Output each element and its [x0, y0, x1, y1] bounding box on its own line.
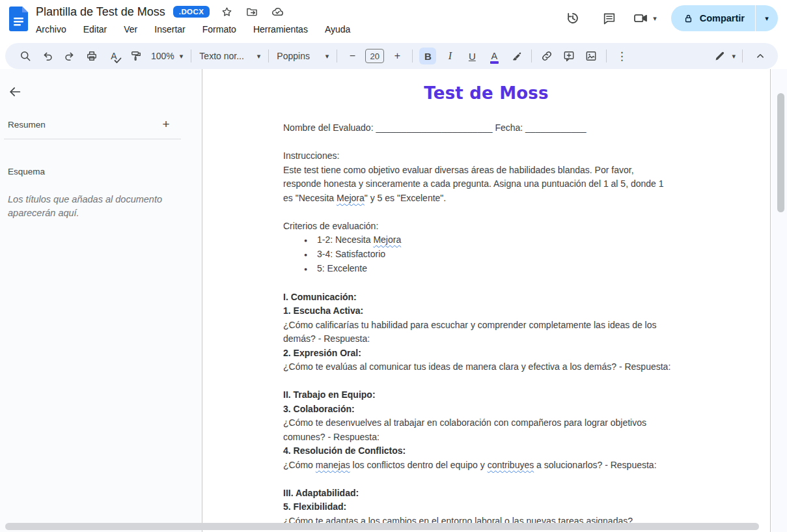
title-block: Plantilla de Test de Moss .DOCX: [36, 3, 359, 36]
menu-herramientas[interactable]: Herramientas: [245, 22, 316, 36]
star-icon: [223, 8, 230, 16]
undo-button[interactable]: [39, 48, 56, 64]
menu-archivo[interactable]: Archivo: [27, 22, 75, 36]
doc-question-heading[interactable]: 2. Expresión Oral:: [283, 346, 770, 361]
doc-question-heading[interactable]: 1. Escucha Activa:: [283, 304, 770, 318]
doc-section-heading[interactable]: II. Trabajo en Equipo:: [283, 388, 770, 402]
document-page[interactable]: Test de Moss Nombre del Evaluado: ______…: [202, 69, 771, 532]
decrease-font-size-button[interactable]: −: [344, 48, 361, 64]
font-select[interactable]: Poppins ▾: [273, 51, 333, 61]
doc-line[interactable]: demás? - Respuesta:: [283, 332, 770, 346]
bold-icon: B: [424, 51, 432, 62]
doc-line[interactable]: comunes? - Respuesta:: [283, 430, 770, 445]
share-button[interactable]: Compartir: [671, 5, 755, 31]
doc-question-heading[interactable]: 4. Resolución de Conflictos:: [283, 444, 770, 458]
toolbar-separator: [268, 49, 269, 63]
text-color-icon: A: [491, 51, 498, 61]
version-history-button[interactable]: [560, 5, 586, 31]
add-comment-button[interactable]: [560, 48, 577, 64]
toolbar-separator: [337, 49, 337, 63]
doc-bullet[interactable]: ●3-4: Satisfactorio: [304, 247, 770, 262]
summary-section: Resumen +: [8, 116, 174, 133]
style-caret-icon: ▾: [257, 53, 261, 60]
doc-bullet[interactable]: ●5: Excelente: [304, 262, 770, 276]
misspelled-word: Mejora: [337, 193, 365, 203]
menu-insertar[interactable]: Insertar: [146, 22, 193, 36]
italic-button[interactable]: I: [441, 48, 458, 64]
add-summary-button[interactable]: +: [158, 116, 174, 133]
outline-hint-text: Los títulos que añadas al documento apar…: [8, 193, 171, 220]
spellcheck-button[interactable]: A: [105, 48, 122, 64]
google-docs-app: Plantilla de Test de Moss .DOCX: [0, 0, 787, 532]
star-button[interactable]: [218, 3, 235, 20]
mode-caret-icon: ▾: [732, 53, 736, 60]
close-sidebar-button[interactable]: [4, 81, 26, 103]
menu-ver[interactable]: Ver: [115, 22, 146, 36]
cloud-status-button[interactable]: [269, 3, 286, 20]
print-button[interactable]: [83, 48, 100, 64]
kebab-icon: ⋮: [616, 49, 628, 63]
docx-badge: .DOCX: [173, 6, 210, 18]
share-caret-icon: ▾: [765, 15, 769, 22]
doc-fields-line[interactable]: Nombre del Evaluado: ___________________…: [283, 121, 770, 135]
misspelled-word: contribuyes: [488, 460, 534, 470]
move-to-folder-button[interactable]: [243, 3, 260, 20]
doc-line[interactable]: ¿Cómo te desenvuelves al trabajar en col…: [283, 416, 770, 430]
bold-button[interactable]: B: [419, 48, 436, 64]
font-caret-icon: ▾: [325, 53, 329, 60]
doc-question-heading[interactable]: 3. Colaboración:: [283, 402, 770, 417]
insert-image-button[interactable]: [583, 48, 600, 64]
toolbar: A 100% ▾ Texto nor... ▾ Poppins ▾ − 20: [5, 43, 778, 69]
editing-mode-select[interactable]: ▾: [713, 50, 736, 63]
print-icon: [88, 55, 96, 58]
search-menus-button[interactable]: [17, 48, 34, 64]
lock-icon: [685, 18, 691, 21]
cloud-saved-icon: [272, 8, 283, 15]
doc-question-heading[interactable]: 5. Flexibilidad:: [283, 500, 770, 514]
outline-label: Esquema: [8, 167, 45, 176]
doc-section-heading[interactable]: I. Comunicación:: [283, 290, 770, 305]
hide-menus-button[interactable]: [752, 48, 769, 64]
bullet-icon: ●: [304, 248, 317, 262]
menu-editar[interactable]: Editar: [75, 22, 116, 36]
insert-link-button[interactable]: [538, 48, 555, 64]
doc-heading[interactable]: Test de Moss: [202, 82, 770, 104]
doc-section-heading[interactable]: III. Adaptabilidad:: [283, 486, 770, 501]
summary-label: Resumen: [8, 120, 46, 130]
meet-button[interactable]: ▾: [633, 10, 657, 26]
redo-button[interactable]: [61, 48, 78, 64]
document-name[interactable]: Plantilla de Test de Moss: [36, 5, 165, 19]
menu-ayuda[interactable]: Ayuda: [316, 22, 359, 36]
doc-bullet[interactable]: ●1-2: Necesita Mejora: [304, 233, 770, 247]
horizontal-scrollbar-thumb[interactable]: [5, 523, 759, 530]
more-options-button[interactable]: ⋮: [613, 48, 630, 64]
zoom-select[interactable]: 100% ▾: [147, 51, 187, 61]
highlight-color-button[interactable]: [508, 48, 525, 64]
doc-line[interactable]: Este test tiene como objetivo evaluar di…: [283, 163, 770, 178]
insert-image-icon: [587, 52, 596, 61]
docs-logo-icon[interactable]: [9, 7, 28, 31]
comments-button[interactable]: [596, 5, 622, 31]
doc-line[interactable]: Criterios de evaluación:: [283, 219, 770, 234]
menu-formato[interactable]: Formato: [194, 22, 245, 36]
italic-icon: I: [449, 50, 452, 62]
bullet-icon: ●: [304, 262, 317, 277]
doc-line[interactable]: ¿Cómo te evalúas al comunicar tus ideas …: [283, 360, 770, 374]
doc-line[interactable]: responde honesta y sinceramente a cada p…: [283, 177, 770, 191]
increase-font-size-button[interactable]: +: [389, 48, 406, 64]
vertical-scrollbar-thumb[interactable]: [777, 93, 784, 212]
doc-line[interactable]: ¿Cómo manejas los conflictos dentro del …: [283, 458, 770, 473]
sidebar-divider: [4, 139, 181, 139]
doc-line[interactable]: ¿Cómo calificarías tu habilidad para esc…: [283, 318, 770, 333]
doc-line[interactable]: es "Necesita Mejora" y 5 es "Excelente".: [283, 191, 770, 206]
share-dropdown-button[interactable]: ▾: [756, 5, 778, 31]
toolbar-separator: [191, 49, 191, 63]
paint-format-button[interactable]: [128, 48, 145, 64]
underline-button[interactable]: U: [463, 48, 480, 64]
font-size-input[interactable]: 20: [365, 49, 384, 63]
text-color-button[interactable]: A: [486, 48, 503, 64]
doc-line[interactable]: Instrucciones:: [283, 149, 770, 163]
toolbar-separator: [742, 49, 743, 63]
highlighter-icon: [510, 50, 523, 63]
paragraph-style-select[interactable]: Texto nor... ▾: [195, 51, 264, 61]
